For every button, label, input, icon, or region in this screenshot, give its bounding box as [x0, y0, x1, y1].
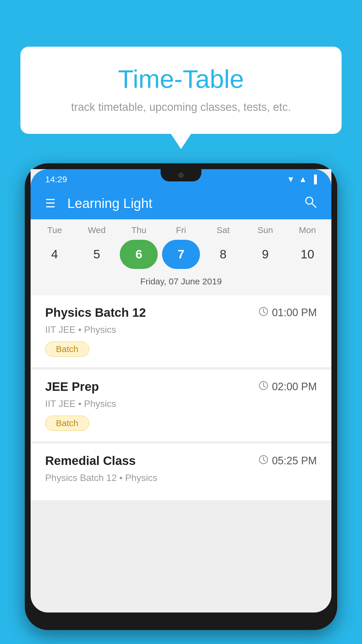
svg-line-4: [263, 312, 265, 313]
svg-line-7: [263, 386, 265, 387]
day-label-sat: Sat: [204, 225, 242, 235]
day-9[interactable]: 9: [246, 240, 284, 269]
signal-icon: ▲: [299, 175, 307, 184]
session-header-3: Remedial Class 05:25 PM: [45, 454, 317, 468]
session-meta-1: IIT JEE • Physics: [45, 324, 317, 335]
session-name-1: Physics Batch 12: [45, 306, 146, 320]
session-time-1: 01:00 PM: [259, 307, 317, 319]
session-header-2: JEE Prep 02:00 PM: [45, 380, 317, 394]
hamburger-icon[interactable]: ☰: [45, 197, 56, 210]
day-10[interactable]: 10: [289, 240, 326, 269]
day-labels: Tue Wed Thu Fri Sat Sun Mon: [31, 225, 331, 235]
svg-line-10: [263, 460, 265, 461]
session-meta-2: IIT JEE • Physics: [45, 398, 317, 409]
svg-line-1: [312, 203, 316, 207]
phone-frame: 14:29 ▼ ▲ ▐ ☰ Learning Light: [25, 163, 337, 630]
day-label-tue: Tue: [36, 225, 73, 235]
day-5[interactable]: 5: [78, 240, 116, 269]
day-6-today[interactable]: 6: [120, 240, 158, 269]
bubble-title: Time-Table: [44, 64, 318, 94]
session-header-1: Physics Batch 12 01:00 PM: [45, 306, 317, 320]
day-4[interactable]: 4: [36, 240, 73, 269]
bubble-subtitle: track timetable, upcoming classes, tests…: [44, 101, 318, 113]
day-7-selected[interactable]: 7: [162, 240, 200, 269]
phone-screen: 14:29 ▼ ▲ ▐ ☰ Learning Light: [31, 169, 331, 612]
day-label-fri: Fri: [162, 225, 200, 235]
session-meta-3: Physics Batch 12 • Physics: [45, 473, 317, 483]
day-numbers: 4 5 6 7 8 9 10: [31, 240, 331, 269]
search-icon[interactable]: [304, 195, 317, 211]
session-card-2[interactable]: JEE Prep 02:00 PM: [31, 369, 331, 441]
day-label-wed: Wed: [78, 225, 116, 235]
wifi-icon: ▼: [287, 175, 295, 184]
session-name-3: Remedial Class: [45, 454, 136, 468]
day-8[interactable]: 8: [204, 240, 242, 269]
selected-date-label: Friday, 07 June 2019: [31, 274, 331, 292]
app-header: ☰ Learning Light: [31, 187, 331, 219]
day-label-thu: Thu: [120, 225, 158, 235]
session-card-1[interactable]: Physics Batch 12 01:00 PM: [31, 295, 331, 367]
screen-content: Physics Batch 12 01:00 PM: [31, 295, 331, 502]
session-time-3: 05:25 PM: [259, 455, 317, 467]
clock-icon-3: [259, 455, 268, 467]
session-name-2: JEE Prep: [45, 380, 99, 394]
batch-tag-1: Batch: [45, 342, 89, 357]
clock-icon-1: [259, 307, 268, 319]
session-card-3[interactable]: Remedial Class 05:25 PM: [31, 443, 331, 500]
speech-bubble-container: Time-Table track timetable, upcoming cla…: [20, 47, 342, 134]
clock-icon-2: [259, 381, 268, 393]
battery-icon: ▐: [311, 175, 317, 184]
camera-dot: [178, 173, 184, 178]
day-label-sun: Sun: [246, 225, 284, 235]
speech-bubble: Time-Table track timetable, upcoming cla…: [20, 47, 342, 134]
status-icons: ▼ ▲ ▐: [287, 175, 317, 184]
calendar-strip: Tue Wed Thu Fri Sat Sun Mon 4 5 6 7 8 9 …: [31, 219, 331, 295]
notch: [161, 169, 201, 181]
app-title: Learning Light: [67, 195, 292, 211]
session-time-2: 02:00 PM: [259, 381, 317, 393]
phone-container: 14:29 ▼ ▲ ▐ ☰ Learning Light: [25, 163, 337, 644]
status-time: 14:29: [45, 174, 67, 184]
day-label-mon: Mon: [289, 225, 326, 235]
batch-tag-2: Batch: [45, 416, 89, 431]
status-bar: 14:29 ▼ ▲ ▐: [31, 169, 331, 187]
